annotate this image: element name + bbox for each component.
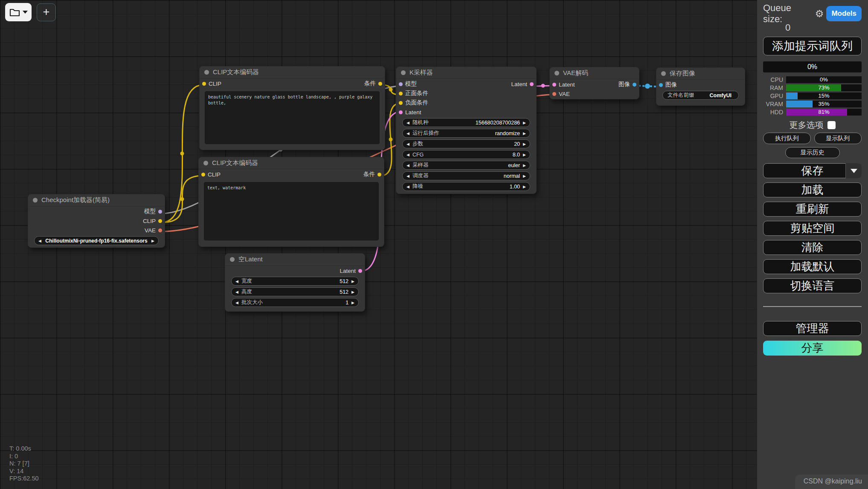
load-default-button[interactable]: 加载默认: [763, 259, 862, 274]
collapse-dot[interactable]: [203, 161, 208, 165]
decrement-arrow-icon[interactable]: ◀: [235, 290, 238, 294]
widget-value: ChilloutmixNi-pruned-fp16-fix.safetensor…: [41, 238, 151, 244]
vae-output-port[interactable]: [158, 229, 162, 232]
collapse-dot[interactable]: [33, 198, 38, 203]
node-ksampler[interactable]: K采样器 模型 Latent 正面条件 负面条件 Latent ◀随机种1566…: [396, 67, 537, 194]
collapse-dot[interactable]: [204, 70, 209, 75]
input-label: CLIP: [209, 81, 221, 87]
canvas-stats: T: 0.00s I: 0 N: 7 [7] V: 14 FPS:62.50: [9, 445, 39, 483]
node-title: 空Latent: [238, 255, 263, 263]
increment-arrow-icon[interactable]: ▶: [351, 290, 354, 294]
decrement-arrow-icon[interactable]: ◀: [235, 279, 238, 284]
ckpt-name-widget[interactable]: ◀ ChilloutmixNi-pruned-fp16-fix.safetens…: [34, 236, 159, 245]
node-clip-encode-negative[interactable]: CLIP文本编码器 CLIP 条件 text, watermark: [198, 157, 384, 247]
width-widget[interactable]: ◀宽度512▶: [231, 277, 359, 286]
increment-arrow-icon[interactable]: ▶: [523, 174, 526, 178]
increment-arrow-icon[interactable]: ▶: [523, 142, 526, 146]
load-button[interactable]: 加载: [763, 182, 862, 197]
output-label: VAE: [145, 227, 156, 234]
link-midpoint: [389, 138, 393, 142]
batch-size-widget[interactable]: ◀批次大小1▶: [231, 298, 359, 307]
increment-arrow-icon[interactable]: ▶: [351, 279, 354, 284]
clip-output-port[interactable]: [158, 219, 162, 223]
node-title: VAE解码: [563, 69, 588, 77]
filename-prefix-widget[interactable]: 文件名前缀 ComfyUI: [662, 91, 739, 100]
sampler-widget[interactable]: ◀采样器euler▶: [402, 161, 530, 170]
prompt-textarea[interactable]: beautiful scenery nature glass bottle la…: [205, 91, 380, 144]
model-input-port[interactable]: [399, 82, 403, 86]
cfg-widget[interactable]: ◀CFG8.0▶: [402, 150, 530, 159]
decrement-arrow-icon[interactable]: ◀: [406, 174, 409, 178]
clear-button[interactable]: 清除: [763, 240, 862, 255]
more-options-checkbox[interactable]: [827, 121, 836, 129]
decrement-arrow-icon[interactable]: ◀: [38, 239, 41, 243]
collapse-dot[interactable]: [661, 71, 666, 76]
plus-icon: +: [43, 6, 50, 18]
widget-label: 宽度: [241, 278, 252, 285]
decrement-arrow-icon[interactable]: ◀: [406, 121, 409, 125]
new-workflow-button[interactable]: +: [37, 3, 56, 21]
increment-arrow-icon[interactable]: ▶: [523, 131, 526, 136]
system-monitors: CPU 0% RAM 73% GPU 15% VRAM 35% HDD 81%: [763, 76, 862, 116]
manager-button[interactable]: 管理器: [763, 321, 862, 336]
node-vae-decode[interactable]: VAE解码 Latent 图像 VAE: [549, 67, 639, 99]
increment-arrow-icon[interactable]: ▶: [523, 163, 526, 168]
save-dropdown-button[interactable]: [845, 163, 862, 178]
decrement-arrow-icon[interactable]: ◀: [406, 131, 409, 136]
share-button[interactable]: 分享: [763, 341, 862, 356]
steps-widget[interactable]: ◀步数20▶: [402, 139, 530, 148]
collapse-dot[interactable]: [230, 257, 235, 262]
clipspace-button[interactable]: 剪贴空间: [763, 221, 862, 236]
denoise-widget[interactable]: ◀降噪1.00▶: [402, 182, 530, 191]
input-label: CLIP: [208, 171, 221, 178]
latent-output-port[interactable]: [530, 82, 534, 86]
image-output-port[interactable]: [633, 83, 636, 87]
control-after-generate-widget[interactable]: ◀运行后操作randomize▶: [402, 129, 530, 138]
increment-arrow-icon[interactable]: ▶: [523, 121, 526, 125]
node-save-image[interactable]: 保存图像 图像 文件名前缀 ComfyUI: [656, 67, 745, 106]
decrement-arrow-icon[interactable]: ◀: [406, 185, 409, 189]
prompt-textarea[interactable]: text, watermark: [204, 182, 379, 240]
decrement-arrow-icon[interactable]: ◀: [406, 142, 409, 146]
decrement-arrow-icon[interactable]: ◀: [235, 301, 238, 305]
image-input-port[interactable]: [659, 83, 663, 87]
increment-arrow-icon[interactable]: ▶: [523, 153, 526, 157]
increment-arrow-icon[interactable]: ▶: [523, 185, 526, 189]
node-checkpoint-loader[interactable]: Checkpoint加载器(简易) 模型 CLIP VAE ◀ Chillout…: [28, 194, 165, 248]
increment-arrow-icon[interactable]: ▶: [351, 301, 354, 305]
node-clip-encode-positive[interactable]: CLIP文本编码器 CLIP 条件 beautiful scenery natu…: [199, 66, 385, 150]
clip-input-port[interactable]: [201, 173, 205, 177]
queue-prompt-button[interactable]: 添加提示词队列: [763, 37, 862, 55]
height-widget[interactable]: ◀高度512▶: [231, 287, 359, 296]
widget-value: 1.00: [510, 184, 520, 190]
switch-language-button[interactable]: 切换语言: [763, 278, 862, 293]
node-empty-latent[interactable]: 空Latent Latent ◀宽度512▶ ◀高度512▶ ◀批次大小1▶: [225, 253, 365, 312]
conditioning-output-port[interactable]: [378, 82, 382, 86]
model-output-port[interactable]: [158, 210, 162, 214]
latent-output-port[interactable]: [358, 269, 362, 273]
widget-label: 采样器: [412, 162, 429, 169]
node-graph-canvas[interactable]: + Checkpoint加载器(简易) 模型 CLIP VAE ◀ Chillo…: [0, 0, 757, 489]
refresh-button[interactable]: 重刷新: [763, 202, 862, 217]
view-queue-button[interactable]: 显示队列: [814, 133, 862, 144]
decrement-arrow-icon[interactable]: ◀: [406, 153, 409, 157]
decrement-arrow-icon[interactable]: ◀: [406, 163, 409, 168]
models-button[interactable]: Models: [826, 6, 862, 21]
clip-input-port[interactable]: [202, 82, 206, 86]
view-history-button[interactable]: 显示历史: [785, 147, 840, 158]
positive-input-port[interactable]: [399, 92, 403, 95]
collapse-dot[interactable]: [554, 71, 559, 75]
vae-input-port[interactable]: [552, 92, 556, 96]
latent-input-port[interactable]: [552, 83, 556, 87]
scheduler-widget[interactable]: ◀调度器normal▶: [402, 171, 530, 180]
collapse-dot[interactable]: [401, 70, 406, 75]
negative-input-port[interactable]: [399, 101, 403, 105]
input-label: 正面条件: [405, 90, 428, 97]
workflows-menu-button[interactable]: [5, 3, 32, 21]
latent-input-port[interactable]: [399, 110, 403, 114]
seed-widget[interactable]: ◀随机种156680208700286▶: [402, 118, 530, 127]
queue-front-button[interactable]: 执行队列: [763, 133, 811, 144]
conditioning-output-port[interactable]: [377, 173, 381, 177]
increment-arrow-icon[interactable]: ▶: [151, 239, 154, 243]
settings-gear-icon[interactable]: ⚙: [815, 9, 824, 19]
